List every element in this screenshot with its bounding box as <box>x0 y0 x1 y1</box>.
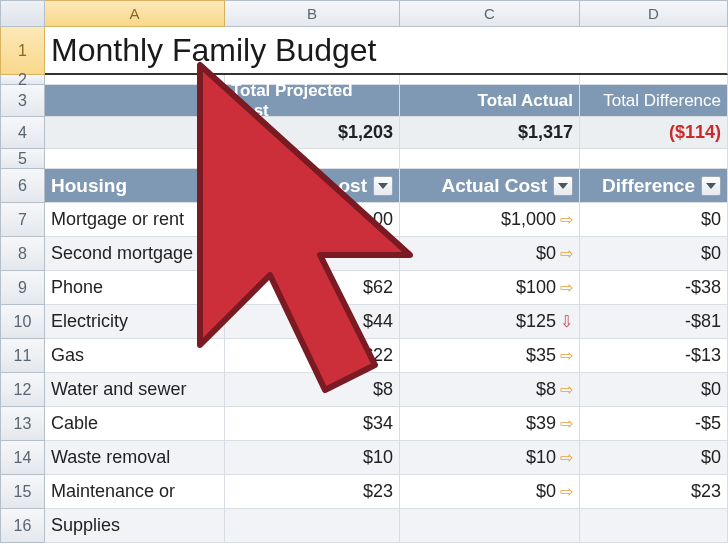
row-header-14[interactable]: 14 <box>0 441 45 475</box>
row-diff-7[interactable]: $0 <box>580 203 728 237</box>
row-header-15[interactable]: 15 <box>0 475 45 509</box>
row-actual-12[interactable]: $8⇨ <box>400 373 580 407</box>
col-actual-label: Actual Cost <box>441 175 547 197</box>
row-header-13[interactable]: 13 <box>0 407 45 441</box>
filter-button-diff[interactable] <box>701 176 721 196</box>
col-projected-cost-header[interactable]: ost <box>225 169 400 203</box>
row-actual-8[interactable]: $0⇨ <box>400 237 580 271</box>
select-all-corner[interactable] <box>0 0 45 27</box>
chevron-down-icon <box>203 183 213 189</box>
row-actual-15[interactable]: $0⇨ <box>400 475 580 509</box>
row-diff-11[interactable]: -$13 <box>580 339 728 373</box>
row-header-4[interactable]: 4 <box>0 117 45 149</box>
totals-projected[interactable]: $1,203 <box>225 117 400 149</box>
section-housing-header[interactable]: Housing <box>45 169 225 203</box>
row-label-10[interactable]: Electricity <box>45 305 225 339</box>
totals-actual-header[interactable]: Total Actual <box>400 85 580 117</box>
row-actual-16[interactable] <box>400 509 580 543</box>
row-header-12[interactable]: 12 <box>0 373 45 407</box>
col-difference-header[interactable]: Difference <box>580 169 728 203</box>
row-actual-13[interactable]: $39⇨ <box>400 407 580 441</box>
row-label-15[interactable]: Maintenance or <box>45 475 225 509</box>
cell-A2[interactable] <box>45 75 225 85</box>
row-label-16[interactable]: Supplies <box>45 509 225 543</box>
filter-button-actual[interactable] <box>553 176 573 196</box>
row-actual-14[interactable]: $10⇨ <box>400 441 580 475</box>
row-diff-10[interactable]: -$81 <box>580 305 728 339</box>
row-header-8[interactable]: 8 <box>0 237 45 271</box>
row-header-2[interactable]: 2 <box>0 75 45 85</box>
chevron-down-icon <box>558 183 568 189</box>
row-actual-10[interactable]: $125⇩ <box>400 305 580 339</box>
arrow-right-icon: ⇨ <box>560 348 573 364</box>
row-label-12[interactable]: Water and sewer <box>45 373 225 407</box>
row-diff-9[interactable]: -$38 <box>580 271 728 305</box>
col-cost-label: ost <box>339 175 368 197</box>
row-diff-14[interactable]: $0 <box>580 441 728 475</box>
arrow-right-icon: ⇨ <box>560 212 573 228</box>
col-header-B[interactable]: B <box>225 0 400 27</box>
cell-D2[interactable] <box>580 75 728 85</box>
row-diff-13[interactable]: -$5 <box>580 407 728 441</box>
row-cost-9[interactable]: $62 <box>225 271 400 305</box>
arrow-right-icon: ⇨ <box>560 246 573 262</box>
cell-A4[interactable] <box>45 117 225 149</box>
chevron-down-icon <box>706 183 716 189</box>
row-cost-11[interactable]: $22 <box>225 339 400 373</box>
row-header-10[interactable]: 10 <box>0 305 45 339</box>
totals-diff-header[interactable]: Total Difference <box>580 85 728 117</box>
row-label-7[interactable]: Mortgage or rent <box>45 203 225 237</box>
row-diff-16[interactable] <box>580 509 728 543</box>
section-name-label: Housing <box>51 175 127 197</box>
row-cost-12[interactable]: $8 <box>225 373 400 407</box>
col-header-A[interactable]: A <box>45 0 225 27</box>
row-label-8[interactable]: Second mortgage or <box>45 237 225 271</box>
col-diff-label: Difference <box>602 175 695 197</box>
arrow-right-icon: ⇨ <box>560 280 573 296</box>
col-actual-cost-header[interactable]: Actual Cost <box>400 169 580 203</box>
cell-B5[interactable] <box>225 149 400 169</box>
row-header-16[interactable]: 16 <box>0 509 45 543</box>
row-header-5[interactable]: 5 <box>0 149 45 169</box>
row-cost-16[interactable] <box>225 509 400 543</box>
row-header-9[interactable]: 9 <box>0 271 45 305</box>
row-cost-8[interactable] <box>225 237 400 271</box>
row-actual-7[interactable]: $1,000⇨ <box>400 203 580 237</box>
row-header-1[interactable]: 1 <box>0 27 45 75</box>
row-header-11[interactable]: 11 <box>0 339 45 373</box>
row-cost-14[interactable]: $10 <box>225 441 400 475</box>
spreadsheet-grid: A B C D 1 Monthly Family Budget 2 3 Tota… <box>0 0 728 543</box>
arrow-right-icon: ⇨ <box>560 450 573 466</box>
filter-button-housing[interactable] <box>198 176 218 196</box>
row-actual-9[interactable]: $100⇨ <box>400 271 580 305</box>
row-header-3[interactable]: 3 <box>0 85 45 117</box>
cell-A5[interactable] <box>45 149 225 169</box>
totals-actual[interactable]: $1,317 <box>400 117 580 149</box>
row-cost-7[interactable]: 00 <box>225 203 400 237</box>
row-cost-15[interactable]: $23 <box>225 475 400 509</box>
row-diff-15[interactable]: $23 <box>580 475 728 509</box>
arrow-down-icon: ⇩ <box>560 314 573 330</box>
row-label-13[interactable]: Cable <box>45 407 225 441</box>
row-header-7[interactable]: 7 <box>0 203 45 237</box>
cell-D5[interactable] <box>580 149 728 169</box>
col-header-D[interactable]: D <box>580 0 728 27</box>
page-title[interactable]: Monthly Family Budget <box>45 27 580 75</box>
row-diff-12[interactable]: $0 <box>580 373 728 407</box>
cell-A3[interactable] <box>45 85 225 117</box>
col-header-C[interactable]: C <box>400 0 580 27</box>
cell-C5[interactable] <box>400 149 580 169</box>
cell-C2[interactable] <box>400 75 580 85</box>
row-label-11[interactable]: Gas <box>45 339 225 373</box>
row-label-14[interactable]: Waste removal <box>45 441 225 475</box>
totals-diff[interactable]: ($114) <box>580 117 728 149</box>
cell-D1[interactable] <box>580 27 728 75</box>
row-label-9[interactable]: Phone <box>45 271 225 305</box>
row-cost-13[interactable]: $34 <box>225 407 400 441</box>
row-header-6[interactable]: 6 <box>0 169 45 203</box>
row-cost-10[interactable]: $44 <box>225 305 400 339</box>
totals-projected-header[interactable]: Total Projected Cost <box>225 85 400 117</box>
row-diff-8[interactable]: $0 <box>580 237 728 271</box>
row-actual-11[interactable]: $35⇨ <box>400 339 580 373</box>
filter-button-cost[interactable] <box>373 176 393 196</box>
